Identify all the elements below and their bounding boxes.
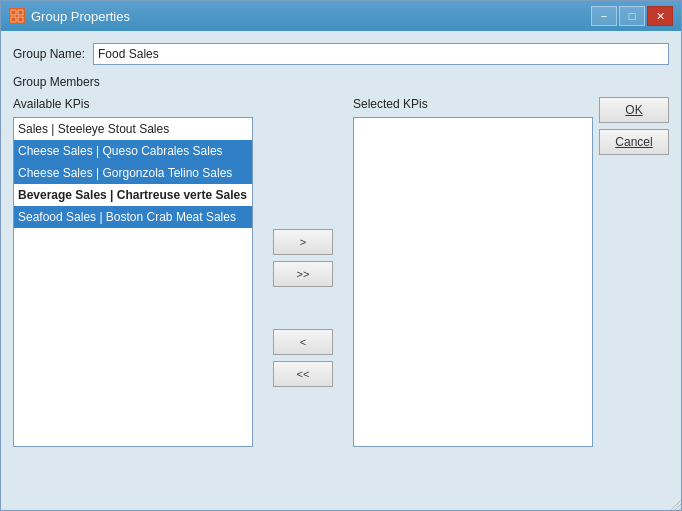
close-button[interactable]: ✕: [647, 6, 673, 26]
move-right-button[interactable]: >: [273, 229, 333, 255]
selected-kpis-list[interactable]: [353, 117, 593, 447]
window-body: Group Name: Group Members Available KPis…: [1, 31, 681, 510]
minimize-button[interactable]: −: [591, 6, 617, 26]
group-name-input[interactable]: [93, 43, 669, 65]
title-bar: Group Properties − □ ✕: [1, 1, 681, 31]
app-icon: [9, 8, 25, 24]
selected-kpis-panel: Selected KPis: [353, 97, 593, 498]
list-item[interactable]: Cheese Sales | Gorgonzola Telino Sales: [14, 162, 252, 184]
group-name-label: Group Name:: [13, 47, 85, 61]
svg-rect-3: [18, 17, 23, 22]
move-all-right-button[interactable]: >>: [273, 261, 333, 287]
group-properties-window: Group Properties − □ ✕ Group Name: Group…: [0, 0, 682, 511]
group-members-section-label: Group Members: [13, 75, 669, 89]
svg-line-5: [674, 503, 682, 511]
resize-grip[interactable]: [668, 497, 682, 511]
available-kpis-label: Available KPis: [13, 97, 253, 111]
list-item[interactable]: Beverage Sales | Chartreuse verte Sales: [14, 184, 252, 206]
move-left-button[interactable]: <: [273, 329, 333, 355]
available-kpis-panel: Available KPis Sales | Steeleye Stout Sa…: [13, 97, 253, 498]
title-bar-controls: − □ ✕: [591, 6, 673, 26]
list-item[interactable]: Seafood Sales | Boston Crab Meat Sales: [14, 206, 252, 228]
svg-line-6: [678, 507, 682, 511]
action-buttons: OK Cancel: [599, 97, 669, 155]
group-name-row: Group Name:: [13, 43, 669, 65]
svg-rect-1: [18, 10, 23, 15]
move-all-left-button[interactable]: <<: [273, 361, 333, 387]
title-bar-left: Group Properties: [9, 8, 130, 24]
ok-button[interactable]: OK: [599, 97, 669, 123]
svg-rect-0: [11, 10, 16, 15]
window-title: Group Properties: [31, 9, 130, 24]
list-item[interactable]: Cheese Sales | Queso Cabrales Sales: [14, 140, 252, 162]
svg-rect-2: [11, 17, 16, 22]
list-item[interactable]: Sales | Steeleye Stout Sales: [14, 118, 252, 140]
available-kpis-list[interactable]: Sales | Steeleye Stout Sales Cheese Sale…: [13, 117, 253, 447]
cancel-button[interactable]: Cancel: [599, 129, 669, 155]
maximize-button[interactable]: □: [619, 6, 645, 26]
selected-kpis-label: Selected KPis: [353, 97, 593, 111]
transfer-buttons: > >> < <<: [253, 117, 353, 498]
main-area: Available KPis Sales | Steeleye Stout Sa…: [13, 97, 669, 498]
